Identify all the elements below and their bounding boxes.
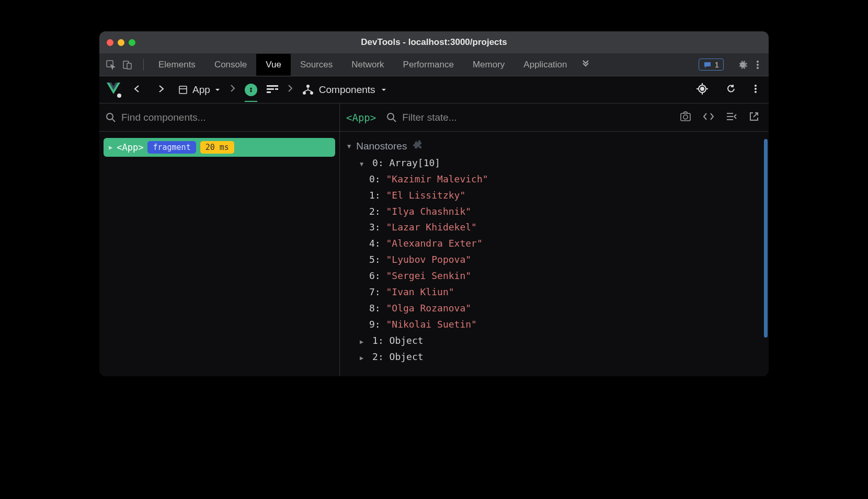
state-array-item[interactable]: 7: "Ivan Kliun" <box>369 284 761 300</box>
tab-application[interactable]: Application <box>514 54 576 76</box>
plugin-puzzle-icon <box>412 138 422 155</box>
svg-rect-6 <box>179 86 187 94</box>
svg-rect-10 <box>275 88 278 90</box>
app-selector-label: App <box>192 84 210 96</box>
tabs-overflow-icon[interactable] <box>577 54 595 76</box>
filter-state-input[interactable] <box>402 112 671 123</box>
svg-point-21 <box>755 85 757 87</box>
svg-rect-2 <box>127 63 131 69</box>
state-inspector-panel: <App> ▼ Nanostores <box>340 103 769 376</box>
state-array-item[interactable]: 2: "Ilya Chashnik" <box>369 204 761 220</box>
settings-gear-icon[interactable] <box>733 60 752 70</box>
state-object-row[interactable]: ▶ 1: Object <box>347 333 761 349</box>
svg-rect-9 <box>267 88 274 90</box>
state-array-items: 0: "Kazimir Malevich" 1: "El Lissitzky" … <box>347 171 761 333</box>
collapse-caret-icon[interactable]: ▼ <box>360 160 363 168</box>
tab-vue[interactable]: Vue <box>256 54 291 76</box>
close-button[interactable] <box>107 39 113 46</box>
svg-line-27 <box>393 119 396 122</box>
svg-point-23 <box>755 91 757 93</box>
tab-network[interactable]: Network <box>342 54 393 76</box>
more-vertical-icon[interactable] <box>750 84 761 96</box>
svg-point-3 <box>757 61 759 63</box>
expand-arrow-icon[interactable]: ▶ <box>109 144 112 151</box>
svg-rect-8 <box>267 85 278 87</box>
state-body: ▼ Nanostores ▼ 0: Array[10] 0: "Kazimir … <box>340 132 769 376</box>
device-toggle-icon[interactable] <box>121 59 134 71</box>
state-array-item[interactable]: 6: "Sergei Senkin" <box>369 268 761 284</box>
state-array-item[interactable]: 9: "Nikolai Suetin" <box>369 317 761 333</box>
tab-memory[interactable]: Memory <box>463 54 514 76</box>
tab-console[interactable]: Console <box>205 54 256 76</box>
window-controls <box>107 39 135 46</box>
open-external-icon[interactable] <box>746 111 762 124</box>
state-array-item[interactable]: 8: "Olga Rozanova" <box>369 300 761 317</box>
fragment-badge: fragment <box>147 141 196 154</box>
svg-point-22 <box>755 88 757 90</box>
state-array-item[interactable]: 0: "Kazimir Malevich" <box>369 171 761 188</box>
component-tree-panel: ▶ <App> fragment 20 ms <box>99 103 340 376</box>
devtools-tabbar: Elements Console Vue Sources Network Per… <box>99 53 769 76</box>
breadcrumb-separator-icon <box>288 84 293 95</box>
state-array-row[interactable]: ▼ 0: Array[10] <box>347 155 761 171</box>
issues-badge[interactable]: 1 <box>699 59 724 71</box>
state-type: Array[10] <box>390 157 441 168</box>
nav-forward-icon[interactable] <box>154 82 168 98</box>
state-key: 0 <box>372 157 378 168</box>
svg-rect-28 <box>681 113 690 121</box>
vue-logo-icon[interactable] <box>107 83 120 97</box>
main-panels: ▶ <App> fragment 20 ms <App> <box>99 103 769 376</box>
app-selector[interactable]: App <box>178 84 221 96</box>
section-label: Nanostores <box>356 138 407 155</box>
more-menu-icon[interactable] <box>752 60 763 70</box>
timeline-tab-icon[interactable] <box>267 84 278 96</box>
svg-point-26 <box>387 113 394 120</box>
component-tree-node-app[interactable]: ▶ <App> fragment 20 ms <box>104 138 335 157</box>
maximize-button[interactable] <box>129 39 135 46</box>
tree-icon <box>302 84 314 96</box>
expand-caret-icon[interactable]: ▶ <box>360 354 363 362</box>
state-section-header[interactable]: ▼ Nanostores <box>347 138 761 155</box>
state-array-item[interactable]: 5: "Lyubov Popova" <box>369 252 761 268</box>
inspector-tab-icon[interactable] <box>245 84 257 96</box>
collapse-caret-icon[interactable]: ▼ <box>347 141 351 152</box>
svg-point-29 <box>683 115 688 119</box>
tab-performance[interactable]: Performance <box>394 54 463 76</box>
refresh-icon[interactable] <box>722 84 740 96</box>
chevron-down-icon <box>381 87 387 93</box>
svg-point-24 <box>107 113 113 120</box>
minimize-button[interactable] <box>118 39 124 46</box>
state-type: Object <box>390 335 424 346</box>
tab-sources[interactable]: Sources <box>291 54 342 76</box>
svg-rect-11 <box>267 91 271 93</box>
component-search-row <box>99 103 339 132</box>
scrollbar[interactable] <box>764 139 768 338</box>
svg-point-16 <box>701 87 704 90</box>
state-array-item[interactable]: 4: "Alexandra Exter" <box>369 236 761 252</box>
state-array-item[interactable]: 1: "El Lissitzky" <box>369 188 761 204</box>
components-selector[interactable]: Components <box>302 84 387 96</box>
find-components-input[interactable] <box>121 112 333 123</box>
chevron-down-icon <box>214 87 221 93</box>
expand-caret-icon[interactable]: ▶ <box>360 338 363 345</box>
svg-point-13 <box>303 91 306 95</box>
vue-toolbar: App Components <box>99 76 769 103</box>
selected-component-tag: <App> <box>346 112 376 123</box>
svg-point-14 <box>310 91 313 95</box>
divider <box>143 59 144 71</box>
state-object-row[interactable]: ▶ 2: Object <box>347 349 761 365</box>
inspect-element-icon[interactable] <box>105 59 117 71</box>
state-type: Object <box>390 351 424 362</box>
tab-elements[interactable]: Elements <box>149 54 205 76</box>
screenshot-icon[interactable] <box>677 111 694 124</box>
devtools-window: DevTools - localhost:3000/projects Eleme… <box>99 31 769 376</box>
target-icon[interactable] <box>692 83 712 97</box>
svg-line-33 <box>753 113 758 117</box>
state-array-item[interactable]: 3: "Lazar Khidekel" <box>369 219 761 236</box>
nav-back-icon[interactable] <box>130 82 144 98</box>
code-icon[interactable] <box>700 111 717 124</box>
state-key: 2 <box>372 351 378 362</box>
scroll-to-icon[interactable] <box>723 111 740 124</box>
svg-point-5 <box>757 67 759 69</box>
svg-line-25 <box>112 119 115 122</box>
